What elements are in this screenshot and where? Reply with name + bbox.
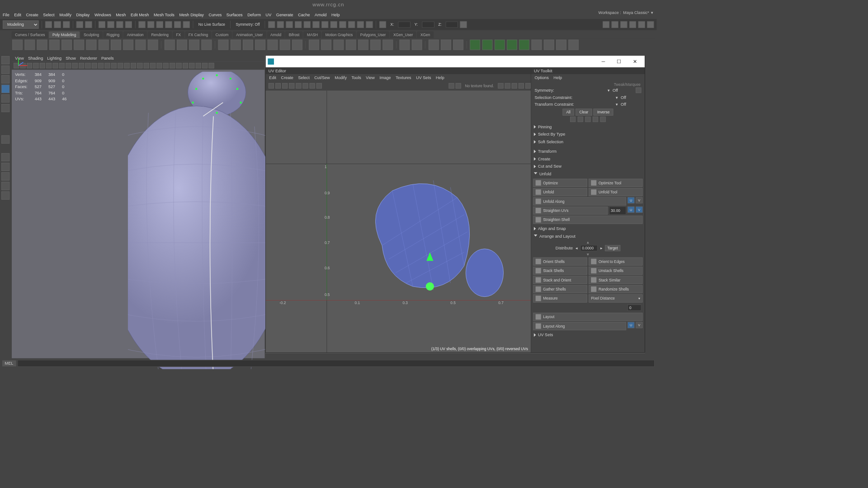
retopo-icon[interactable] bbox=[568, 40, 579, 50]
poly-soccer-icon[interactable] bbox=[165, 40, 175, 50]
snap-grid-icon[interactable] bbox=[138, 21, 145, 28]
key-icon[interactable] bbox=[295, 21, 302, 28]
perspective-viewport[interactable]: View Shading Lighting Show Renderer Pane… bbox=[12, 55, 265, 358]
flood-sel-icon[interactable] bbox=[585, 117, 590, 122]
vp-icon[interactable] bbox=[189, 63, 194, 68]
shelf-tab[interactable]: Rigging bbox=[103, 32, 123, 38]
unfold-along-button[interactable]: Unfold Along bbox=[533, 197, 626, 206]
vp-panels[interactable]: Panels bbox=[101, 56, 114, 61]
snap-curve-icon[interactable] bbox=[147, 21, 154, 28]
scale-tool-icon[interactable] bbox=[1, 104, 9, 112]
four-pane-icon[interactable] bbox=[1, 163, 9, 171]
frame-back-icon[interactable] bbox=[286, 21, 293, 28]
coord-x-input[interactable] bbox=[398, 22, 410, 28]
layout-along-button[interactable]: Layout Along bbox=[533, 322, 626, 330]
render-settings-icon[interactable] bbox=[348, 21, 355, 28]
workspace-value[interactable]: Maya Classic* bbox=[623, 10, 649, 15]
vp-icon[interactable] bbox=[176, 63, 182, 68]
section-unfold[interactable]: Unfold bbox=[533, 170, 642, 178]
uv-menu-uvsets[interactable]: UV Sets bbox=[416, 75, 431, 80]
insert-edge-icon[interactable] bbox=[334, 40, 344, 50]
vp-icon[interactable] bbox=[46, 63, 52, 68]
section-cut-and-sew[interactable]: Cut and Sew bbox=[533, 163, 642, 170]
cmdline-input[interactable] bbox=[17, 360, 655, 367]
grow-sel-icon[interactable] bbox=[578, 117, 583, 122]
straighten-v-button[interactable]: V bbox=[636, 206, 642, 213]
grid-icon[interactable] bbox=[379, 21, 386, 28]
menu-create[interactable]: Create bbox=[26, 12, 38, 17]
poly-torus-icon[interactable] bbox=[61, 40, 72, 50]
menu-help[interactable]: Help bbox=[331, 12, 340, 17]
pause-icon[interactable] bbox=[366, 21, 373, 28]
vp-icon[interactable] bbox=[131, 63, 136, 68]
combine-icon[interactable] bbox=[218, 40, 229, 50]
vp-icon[interactable] bbox=[124, 63, 130, 68]
uv-planar-icon[interactable] bbox=[470, 40, 480, 50]
unfold-v-button[interactable]: V bbox=[636, 197, 642, 204]
uv-dim-icon[interactable] bbox=[289, 83, 294, 89]
vp-icon[interactable] bbox=[111, 63, 117, 68]
section-align-snap[interactable]: Align and Snap bbox=[533, 225, 642, 233]
shelf-tab[interactable]: FX bbox=[173, 32, 184, 38]
two-pane-stack-icon[interactable] bbox=[1, 182, 9, 190]
poly-type-icon[interactable] bbox=[136, 40, 146, 50]
lasso-tool-icon[interactable] bbox=[1, 66, 9, 74]
uv-sew-icon[interactable] bbox=[544, 40, 554, 50]
orient-shells-button[interactable]: Orient Shells bbox=[533, 258, 587, 266]
bevel-icon[interactable] bbox=[292, 40, 302, 50]
uv-gamma-icon[interactable] bbox=[512, 83, 517, 89]
menu-mesh-tools[interactable]: Mesh Tools bbox=[154, 12, 175, 17]
quad-draw-icon[interactable] bbox=[400, 40, 410, 50]
shelf-tab[interactable]: Curves / Surfaces bbox=[12, 32, 48, 38]
tool-settings-icon[interactable] bbox=[638, 21, 645, 28]
menu-windows[interactable]: Windows bbox=[94, 12, 111, 17]
uv-checker-icon[interactable] bbox=[296, 83, 301, 89]
vp-icon[interactable] bbox=[137, 63, 142, 68]
vp-lighting[interactable]: Lighting bbox=[47, 56, 61, 61]
save-scene-icon[interactable] bbox=[63, 21, 70, 28]
vp-icon[interactable] bbox=[104, 63, 110, 68]
open-scene-icon[interactable] bbox=[54, 21, 61, 28]
tk-menu-help[interactable]: Help bbox=[553, 75, 562, 80]
booleans-icon[interactable] bbox=[255, 40, 265, 50]
border-sel-icon[interactable] bbox=[600, 117, 606, 122]
vp-icon[interactable] bbox=[156, 63, 162, 68]
snap-surface-icon[interactable] bbox=[174, 21, 181, 28]
straighten-shell-button[interactable]: Straighten Shell bbox=[533, 216, 642, 224]
workspace-selector[interactable]: Workspace : Maya Classic* ▾ bbox=[598, 10, 653, 15]
poly-platonic-icon[interactable] bbox=[99, 40, 109, 50]
vp-renderer[interactable]: Renderer bbox=[80, 56, 97, 61]
window-titlebar[interactable]: ─ ☐ ✕ bbox=[266, 56, 645, 67]
symmetry-label[interactable]: Symmetry: Off bbox=[234, 23, 262, 27]
vp-icon[interactable] bbox=[59, 63, 65, 68]
shelf-tab[interactable]: Custom bbox=[212, 32, 232, 38]
play-icon[interactable] bbox=[357, 21, 364, 28]
shelf-tab[interactable]: MASH bbox=[303, 32, 321, 38]
connect-icon[interactable] bbox=[358, 40, 368, 50]
shelf-tab[interactable]: Sculpting bbox=[80, 32, 102, 38]
undo-icon[interactable] bbox=[76, 21, 83, 28]
menu-deform[interactable]: Deform bbox=[247, 12, 261, 17]
menu-uv[interactable]: UV bbox=[266, 12, 272, 17]
select-all-button[interactable]: All bbox=[562, 109, 574, 116]
vp-icon[interactable] bbox=[208, 63, 214, 68]
section-select-by-type[interactable]: Select By Type bbox=[533, 131, 642, 138]
uv-channel-icon[interactable] bbox=[519, 83, 524, 89]
vp-shading[interactable]: Shading bbox=[28, 56, 43, 61]
vp-icon[interactable] bbox=[85, 63, 90, 68]
uv-shade-icon[interactable] bbox=[282, 83, 288, 89]
snap-plane-icon[interactable] bbox=[165, 21, 172, 28]
shelf-tab[interactable]: Rendering bbox=[148, 32, 172, 38]
uv-wire-icon[interactable] bbox=[310, 83, 315, 89]
menu-surfaces[interactable]: Surfaces bbox=[226, 12, 243, 17]
measure-button[interactable]: Measure bbox=[533, 294, 587, 302]
menu-generate[interactable]: Generate bbox=[276, 12, 293, 17]
new-scene-icon[interactable] bbox=[45, 21, 52, 28]
menu-cache[interactable]: Cache bbox=[298, 12, 310, 17]
section-uv-sets[interactable]: UV Sets bbox=[533, 331, 642, 339]
uv-spherical-icon[interactable] bbox=[495, 40, 505, 50]
section-transform[interactable]: Transform bbox=[533, 148, 642, 155]
poly-cube-icon[interactable] bbox=[24, 40, 35, 50]
select-clear-button[interactable]: Clear bbox=[576, 109, 592, 116]
mirror-icon[interactable] bbox=[370, 40, 381, 50]
